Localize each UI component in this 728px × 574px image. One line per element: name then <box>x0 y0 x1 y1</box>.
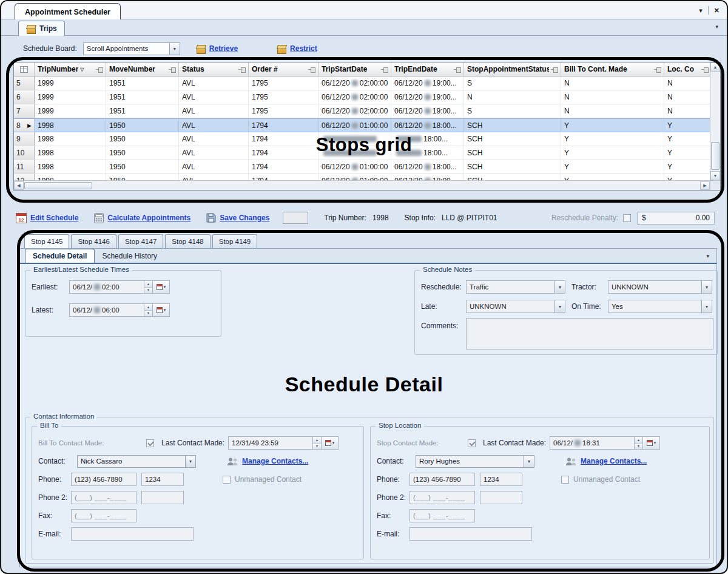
chevron-down-icon[interactable]: ▾ <box>701 281 712 293</box>
bill-to-unmanaged-checkbox[interactable] <box>223 476 231 484</box>
calendar-dropdown-button[interactable]: ▾ <box>153 280 170 294</box>
spinner[interactable]: ▲▼ <box>144 303 153 317</box>
scroll-left-button[interactable]: ◀ <box>14 181 24 190</box>
calendar-dropdown-button[interactable]: ▾ <box>643 436 660 450</box>
comments-textarea[interactable] <box>466 318 713 349</box>
latest-datetime-field[interactable]: 06/12/ 06:00 ▲▼ ▾ <box>69 303 170 317</box>
horizontal-scroll-track[interactable] <box>92 181 700 190</box>
bill-to-phone-ext-field[interactable]: 1234 <box>141 473 184 486</box>
row-header[interactable]: 7 <box>14 104 35 118</box>
bill-to-last-contact-field[interactable]: 12/31/49 23:59 ▲▼ ▾ <box>228 436 339 450</box>
reschedule-select[interactable]: Traffic ▾ <box>466 280 565 294</box>
column-header-stopappointmentstatus[interactable]: StopAppointmentStatus <box>464 62 561 76</box>
column-header-loc-co[interactable]: Loc. Co <box>664 62 710 76</box>
spinner[interactable]: ▲▼ <box>313 436 322 450</box>
column-header-order[interactable]: Order # <box>249 62 318 76</box>
edit-schedule-link[interactable]: Edit Schedule <box>30 214 78 222</box>
bill-to-contact-made-checkbox[interactable] <box>146 439 154 447</box>
stop-phone-ext-field[interactable]: 1234 <box>480 473 522 486</box>
column-header-status[interactable]: Status <box>179 62 249 76</box>
stop-tab-stop-4148[interactable]: Stop 4148 <box>165 234 210 248</box>
column-header-bill-to-cont-made[interactable]: Bill To Cont. Made <box>561 62 664 76</box>
earliest-datetime-field[interactable]: 06/12/ 02:00 ▲▼ ▾ <box>69 280 170 294</box>
column-header-movenumber[interactable]: MoveNumber <box>106 62 179 76</box>
close-button[interactable]: ✕ <box>714 4 720 16</box>
row-header[interactable]: 9 <box>14 132 35 146</box>
stop-contact-made-checkbox[interactable] <box>468 439 476 447</box>
grid-row[interactable]: 1219981950AVL179406/12/2001:00:0006/12/2… <box>14 174 710 180</box>
chevron-down-icon[interactable]: ▾ <box>185 456 195 467</box>
row-header[interactable]: 12 <box>14 174 35 180</box>
window-menu-button[interactable]: ▾ <box>699 4 703 16</box>
stop-phone2-field[interactable]: (___) ___-____ <box>410 491 475 504</box>
restrict-link[interactable]: Restrict <box>290 44 317 53</box>
tab-schedule-history[interactable]: Schedule History <box>95 249 164 263</box>
stop-unmanaged-checkbox[interactable] <box>561 476 569 484</box>
scroll-right-button[interactable]: ▶ <box>700 181 710 190</box>
tab-schedule-detail[interactable]: Schedule Detail <box>25 249 95 263</box>
grid-row[interactable]: 919981950AVL179418:00...SCHYY <box>14 132 710 146</box>
row-header[interactable]: 8▶ <box>14 119 35 132</box>
grid-row[interactable]: 8▶19981950AVL179406/12/2001:00:0006/12/2… <box>14 118 710 132</box>
bill-to-email-field[interactable] <box>71 527 194 541</box>
vertical-scroll-thumb[interactable] <box>711 142 720 170</box>
scroll-down-button[interactable]: ▼ <box>710 171 720 180</box>
stop-tab-stop-4149[interactable]: Stop 4149 <box>212 234 257 248</box>
stop-phone2-ext-field[interactable] <box>480 491 522 504</box>
late-select[interactable]: UNKNOWN ▾ <box>466 300 565 313</box>
calculate-appointments-link[interactable]: Calculate Appointments <box>107 214 190 222</box>
stop-manage-contacts-link[interactable]: Manage Contacts... <box>581 457 647 465</box>
grid-row[interactable]: 719991951AVL179506/12/2002:00:0006/12/20… <box>14 104 710 118</box>
retrieve-link[interactable]: Retrieve <box>209 44 238 53</box>
chevron-down-icon[interactable]: ▾ <box>554 300 565 312</box>
stop-contact-select[interactable]: Rory Hughes ▾ <box>416 455 534 468</box>
grid-row[interactable]: 519991951AVL179506/12/2002:00:0006/12/20… <box>14 76 710 90</box>
stop-tab-stop-4146[interactable]: Stop 4146 <box>71 234 116 248</box>
calendar-dropdown-button[interactable]: ▾ <box>153 303 170 317</box>
column-header-tripenddate[interactable]: TripEndDate <box>391 62 464 76</box>
calendar-dropdown-button[interactable]: ▾ <box>322 436 339 450</box>
stop-last-contact-field[interactable]: 06/12/ 18:31 ▲▼ ▾ <box>550 436 660 450</box>
tab-trips[interactable]: Trips <box>18 21 65 36</box>
schedule-board-select[interactable]: Scroll Appointments ▾ <box>83 42 180 55</box>
horizontal-scrollbar[interactable]: ◀ ▶ <box>14 180 720 190</box>
chevron-down-icon[interactable]: ▾ <box>701 300 712 312</box>
bill-to-phone2-ext-field[interactable] <box>141 491 184 504</box>
chevron-down-icon[interactable]: ▾ <box>169 43 180 55</box>
on-time-select[interactable]: Yes ▾ <box>608 300 712 313</box>
stop-tab-stop-4147[interactable]: Stop 4147 <box>118 234 163 248</box>
chevron-down-icon[interactable]: ▾ <box>554 281 565 293</box>
tractor-select[interactable]: UNKNOWN ▾ <box>608 280 712 294</box>
bill-to-phone2-field[interactable]: (___) ___-____ <box>71 491 136 504</box>
bill-to-phone-field[interactable]: (123) 456-7890 <box>71 473 136 486</box>
window-title-tab[interactable]: Appointment Scheduler <box>15 3 121 20</box>
bill-to-contact-select[interactable]: Nick Cassaro ▾ <box>77 455 196 468</box>
bill-to-manage-contacts-link[interactable]: Manage Contacts... <box>242 457 308 465</box>
column-chooser-button[interactable] <box>14 62 35 76</box>
penalty-amount-field[interactable]: $ 0.00 <box>637 212 715 225</box>
row-header[interactable]: 5 <box>14 76 35 90</box>
row-header[interactable]: 6 <box>14 90 35 104</box>
bill-to-fax-field[interactable]: (___) ___-____ <box>71 509 136 522</box>
row-header[interactable]: 11 <box>14 160 35 174</box>
horizontal-scroll-thumb[interactable] <box>24 182 92 189</box>
spinner[interactable]: ▲▼ <box>144 280 153 294</box>
reschedule-penalty-checkbox[interactable] <box>623 214 631 222</box>
grid-row[interactable]: 1119981950AVL179406/12/2001:00:0006/12/2… <box>14 160 710 174</box>
detail-tab-chevron-icon[interactable]: ▾ <box>706 253 709 259</box>
chevron-down-icon[interactable]: ▾ <box>524 456 534 467</box>
column-header-tripstartdate[interactable]: TripStartDate <box>318 62 391 76</box>
vertical-scrollbar[interactable]: ▲ ▼ <box>710 62 720 180</box>
spinner[interactable]: ▲▼ <box>635 436 643 450</box>
stop-fax-field[interactable]: (___) ___-____ <box>410 509 475 522</box>
grid-row[interactable]: 1019981950AVL179418:00...SCHYY <box>14 146 710 160</box>
stop-tab-stop-4145[interactable]: Stop 4145 <box>24 234 69 248</box>
scroll-up-button[interactable]: ▲ <box>710 62 720 72</box>
vertical-scroll-track[interactable] <box>710 72 720 171</box>
blank-field[interactable] <box>283 212 308 224</box>
grid-row[interactable]: 619991951AVL179506/12/2002:00:0006/12/20… <box>14 90 710 104</box>
column-header-tripnumber[interactable]: TripNumber▽ <box>35 62 106 76</box>
stop-email-field[interactable] <box>410 527 532 541</box>
stop-phone-field[interactable]: (123) 456-7890 <box>410 473 475 486</box>
row-header[interactable]: 10 <box>14 146 35 160</box>
